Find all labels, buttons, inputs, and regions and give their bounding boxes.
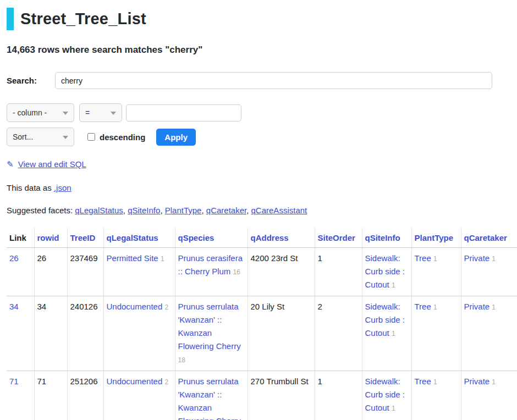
facet-count: 1 [433,303,437,311]
column-header-qaddress[interactable]: qAddress [251,233,289,242]
siteorder-cell: 1 [315,371,362,420]
column-select[interactable]: - column - [7,103,74,122]
facet-count: 1 [161,255,164,263]
descending-checkbox[interactable] [87,133,95,141]
sort-form: Sort... descending Apply [7,128,510,146]
address-cell: 20 Lily St [248,296,315,371]
suggested-facets-line: Suggested facets: qLegalStatusqSiteInfoP… [7,206,510,215]
column-header-qcaretaker[interactable]: qCaretaker [464,233,507,242]
siteinfo-link[interactable]: Sidewalk: Curb side : Cutout [365,377,405,412]
siteorder-cell: 2 [315,296,362,371]
facet-count: 1 [392,281,395,289]
data-export-line: This data as .json [7,183,510,192]
chevron-down-icon [111,112,116,115]
title-accent-bar [7,8,14,30]
data-as-prefix: This data as [7,183,54,192]
facet-count: 18 [178,356,185,364]
row-link[interactable]: 26 [9,253,19,263]
rowid-cell: 71 [34,371,67,420]
facet-link-qlegalstatus[interactable]: qLegalStatus [75,206,123,215]
rowid-cell: 34 [34,296,67,371]
species-link[interactable]: Prunus serrulata 'Kwanzan' :: Kwanzan Fl… [178,377,241,420]
treeid-cell: 237469 [67,248,103,296]
pencil-icon: ✎ [7,159,14,169]
sort-select[interactable]: Sort... [7,128,74,146]
page-title: Street_Tree_List [20,8,146,30]
planttype-link[interactable]: Tree [415,302,431,311]
siteinfo-link[interactable]: Sidewalk: Curb side : Cutout [365,302,405,338]
caretaker-link[interactable]: Private [464,302,490,311]
column-header-rowid[interactable]: rowid [37,233,59,242]
table-header-row: Link rowid TreeID qLegalStatus qSpecies … [7,228,517,248]
caretaker-link[interactable]: Private [464,377,490,386]
rowid-cell: 26 [34,248,67,296]
column-header-treeid[interactable]: TreeID [70,233,96,242]
address-cell: 270 Trumbull St [248,371,315,420]
facet-link-planttype[interactable]: PlantType [165,206,202,215]
column-header-qsiteinfo[interactable]: qSiteInfo [365,233,400,242]
descending-label: descending [100,132,145,142]
facet-count: 1 [492,255,496,263]
chevron-down-icon [63,112,68,115]
facet-count: 1 [492,378,496,386]
facet-count: 2 [164,303,168,311]
legal-status-link[interactable]: Undocumented [107,377,163,386]
column-header-planttype[interactable]: PlantType [415,233,454,242]
sql-link-line: ✎ View and edit SQL [7,159,510,169]
results-table: Link rowid TreeID qLegalStatus qSpecies … [7,228,517,420]
row-link[interactable]: 71 [9,377,19,386]
facet-count: 1 [392,405,395,412]
json-link[interactable]: .json [54,183,72,192]
facet-link-qcareassistant[interactable]: qCareAssistant [251,206,307,215]
facets-prefix: Suggested facets: [7,206,75,215]
page-header: Street_Tree_List [7,8,510,30]
legal-status-link[interactable]: Permitted Site [107,253,158,263]
facet-link-qcaretaker[interactable]: qCaretaker [206,206,246,215]
planttype-link[interactable]: Tree [415,253,431,263]
facet-link-qsiteinfo[interactable]: qSiteInfo [128,206,160,215]
address-cell: 4200 23rd St [248,248,315,296]
column-header-link: Link [7,228,34,248]
facet-count: 1 [433,378,437,386]
search-input[interactable] [55,72,492,89]
caretaker-link[interactable]: Private [464,253,490,263]
apply-button[interactable]: Apply [156,129,196,146]
treeid-cell: 240126 [67,296,103,371]
filter-value-input[interactable] [126,104,241,121]
siteinfo-link[interactable]: Sidewalk: Curb side : Cutout [365,253,405,289]
facet-count: 1 [433,255,437,263]
row-link[interactable]: 34 [9,302,19,311]
row-count-summary: 14,663 rows where search matches "cherry… [7,45,510,56]
facet-count: 1 [492,303,496,311]
operator-select[interactable]: = [79,103,122,122]
sort-select-value: Sort... [13,132,33,141]
view-edit-sql-link[interactable]: View and edit SQL [18,159,86,169]
treeid-cell: 251206 [67,371,103,420]
facet-count: 16 [233,268,240,276]
column-header-qlegalstatus[interactable]: qLegalStatus [107,233,158,242]
facet-count: 2 [164,378,168,386]
siteorder-cell: 1 [315,248,362,296]
chevron-down-icon [63,136,68,139]
search-label: Search: [7,76,55,85]
column-header-qspecies[interactable]: qSpecies [178,233,215,242]
table-row: 34 34 240126 Undocumented 2 Prunus serru… [7,296,517,371]
column-select-value: - column - [13,108,47,117]
species-link[interactable]: Prunus serrulata 'Kwanzan' :: Kwanzan Fl… [178,302,241,351]
table-row: 71 71 251206 Undocumented 2 Prunus serru… [7,371,517,420]
filter-form: - column - = [7,103,510,122]
search-form: Search: [7,72,510,89]
table-row: 26 26 237469 Permitted Site 1 Prunus cer… [7,248,517,296]
facet-count: 1 [392,330,395,338]
column-header-siteorder[interactable]: SiteOrder [318,233,355,242]
legal-status-link[interactable]: Undocumented [107,302,163,311]
operator-select-value: = [85,108,90,117]
planttype-link[interactable]: Tree [415,377,431,386]
